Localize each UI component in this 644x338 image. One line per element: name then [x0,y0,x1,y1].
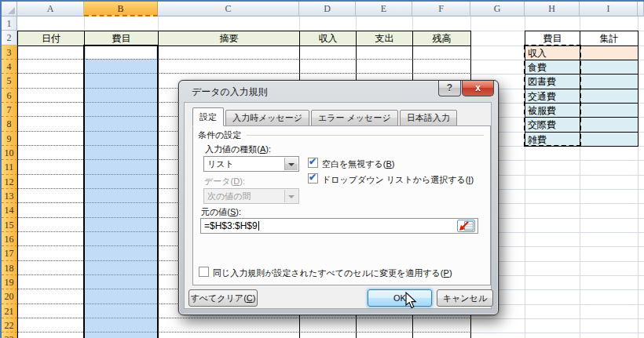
row-header-13[interactable]: 13 [2,189,17,203]
window-left-edge [0,0,2,338]
source-value: =$H$3:$H$9 [204,220,258,231]
cell-I7[interactable] [580,103,639,118]
select-all-triangle-icon [8,7,15,14]
row-header-17[interactable]: 17 [2,246,17,260]
help-icon: ? [447,82,452,93]
cell-I4[interactable] [580,60,639,75]
close-icon: x [475,82,481,93]
row-header-19[interactable]: 19 [2,275,17,289]
cell-I9[interactable] [580,132,639,147]
row-header-18[interactable]: 18 [2,261,17,275]
help-button[interactable]: ? [438,81,461,96]
range-selector-icon [458,220,474,231]
cell-I3[interactable] [580,45,639,60]
allow-label: 入力値の種類(A): [205,144,271,155]
category-header-cell[interactable]: 集計 [580,31,639,45]
source-input[interactable]: =$H$3:$H$9 [200,218,478,234]
close-button[interactable]: x [462,81,494,96]
row-header-7[interactable]: 7 [2,103,17,117]
data-value: 次の値の間 [207,191,251,201]
ledger-header-cell[interactable]: 収入 [299,31,357,45]
column-header-G[interactable]: G [470,2,525,16]
ignore-blank-checkbox[interactable]: ✔ [308,158,318,168]
row-header-6[interactable]: 6 [2,89,17,103]
text-caret [258,221,259,231]
column-header-D[interactable]: D [299,2,356,16]
in-cell-dropdown-label: ドロップダウン リストから選択する(I) [322,174,474,186]
column-header-H[interactable]: H [525,2,580,16]
tab-ime[interactable]: 日本語入力 [400,110,457,126]
ok-button[interactable]: OK [368,289,432,307]
row-header-2[interactable]: 2 [2,31,17,45]
selected-range-B[interactable] [83,45,159,338]
column-header-F[interactable]: F [412,2,470,16]
row-header-14[interactable]: 14 [2,203,17,217]
data-combobox: 次の値の間 [203,188,299,204]
row-header-22[interactable]: 22 [2,318,17,333]
excel-window: ABCDEFGHI1234567891011121314151617181920… [0,0,644,338]
column-header-I[interactable]: I [580,2,638,16]
chevron-down-icon [284,190,298,202]
active-cell-bottom-separator [86,59,156,60]
cell-I6[interactable] [580,89,639,104]
criteria-group-label: 条件の設定 [198,129,241,141]
row-header-20[interactable]: 20 [2,289,17,303]
row-header-4[interactable]: 4 [2,60,17,74]
clear-all-button[interactable]: すべてクリア(C) [188,289,258,307]
ledger-column-border [17,31,18,338]
marching-ants-selection [524,45,581,147]
data-validation-dialog: データの入力規則 ? x 設定 入力時メッセージ エラー メッセージ 日本語入力… [178,80,499,315]
row-header-11[interactable]: 11 [2,160,17,174]
chevron-down-icon[interactable] [284,158,298,170]
cell-I8[interactable] [580,117,639,132]
ledger-header-cell[interactable]: 摘要 [158,31,300,45]
select-all-corner[interactable] [2,2,17,16]
window-top-edge [0,0,644,2]
ledger-header-cell[interactable]: 支出 [356,31,413,45]
row-header-12[interactable]: 12 [2,175,17,189]
dialog-body: 設定 入力時メッセージ エラー メッセージ 日本語入力 条件の設定 入力値の種類… [184,102,492,309]
row-header-3[interactable]: 3 [2,45,17,60]
group-divider [247,135,484,136]
row-header-21[interactable]: 21 [2,304,17,318]
collapse-dialog-button[interactable] [457,220,475,232]
apply-all-checkbox[interactable] [199,267,209,277]
data-label: データ(D): [204,176,245,187]
column-header-partial[interactable] [638,2,644,16]
active-cell-B3[interactable] [86,46,156,59]
column-header-A[interactable]: A [17,2,84,16]
apply-all-label: 同じ入力規則が設定されたすべてのセルに変更を適用する(P) [213,267,452,279]
ignore-blank-label: 空白を無視する(B) [322,158,394,170]
row-header-15[interactable]: 15 [2,218,17,232]
column-header-B[interactable]: B [84,2,158,16]
tab-error-alert[interactable]: エラー メッセージ [311,110,398,126]
settings-tab-page: 条件の設定 入力値の種類(A): リスト ✔ 空白を無視する(B) ✔ ドロップ… [192,125,491,285]
row-header-23[interactable]: 23 [2,333,17,338]
row-header-16[interactable]: 16 [2,232,17,246]
check-icon: ✔ [309,156,317,167]
check-icon: ✔ [309,172,317,183]
dialog-title[interactable]: データの入力規則 [192,85,268,99]
tab-strip: 設定 入力時メッセージ エラー メッセージ 日本語入力 [192,107,459,126]
allow-combobox[interactable]: リスト [203,156,299,172]
column-header-C[interactable]: C [158,2,299,16]
ledger-header-cell[interactable]: 日付 [17,31,85,45]
ledger-header-cell[interactable]: 残高 [412,31,471,45]
row-header-5[interactable]: 5 [2,74,17,88]
source-label: 元の値(S): [201,206,241,218]
allow-value: リスト [207,159,234,169]
column-header-E[interactable]: E [356,2,412,16]
row-header-9[interactable]: 9 [2,132,17,146]
mouse-cursor-icon [405,292,417,309]
tab-input-message[interactable]: 入力時メッセージ [225,110,309,126]
in-cell-dropdown-checkbox[interactable]: ✔ [308,173,318,184]
row-header-10[interactable]: 10 [2,146,17,160]
row-header-8[interactable]: 8 [2,117,17,131]
cancel-button[interactable]: キャンセル [437,289,493,307]
row-header-1[interactable]: 1 [2,16,17,31]
tab-settings[interactable]: 設定 [192,107,224,126]
cell-I5[interactable] [580,74,639,89]
